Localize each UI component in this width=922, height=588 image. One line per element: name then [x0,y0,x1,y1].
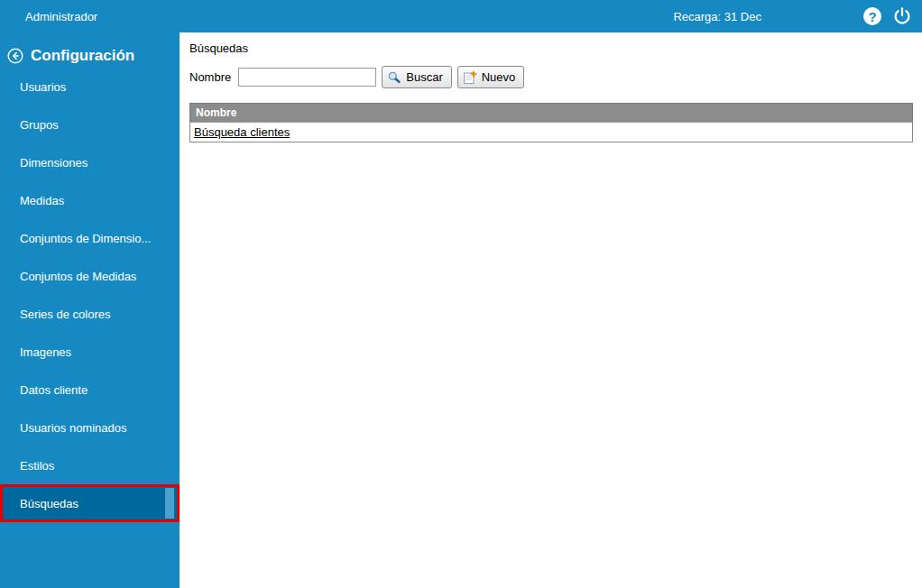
sidebar-item-label: Usuarios nominados [20,421,127,435]
magnifier-icon [387,70,401,85]
search-button[interactable]: Buscar [382,66,451,88]
new-button-label: Nuevo [482,70,516,84]
search-button-label: Buscar [406,70,442,84]
column-header-nombre: Nombre [190,104,913,123]
sidebar-item-series-de-colores[interactable]: Series de colores [0,295,180,333]
sidebar-item-datos-cliente[interactable]: Datos cliente [0,371,180,409]
page-title: Búsquedas [189,41,913,55]
app-screen: Administrador Recarga: 31 Dec ? Configur… [0,0,922,588]
sidebar-item-label: Imagenes [20,345,71,359]
sidebar-header[interactable]: Configuración [0,32,180,68]
reload-date-label: Recarga: 31 Dec [673,10,761,23]
sidebar-item-label: Series de colores [20,308,110,321]
new-document-icon [463,70,477,85]
table-header-row: Nombre [190,104,913,123]
main-content: Búsquedas Nombre Buscar [180,32,922,588]
sidebar-item-label: Medidas [20,194,64,207]
selected-item-scroll-strip [165,488,174,519]
sidebar-item-usuarios-nominados[interactable]: Usuarios nominados [0,409,180,446]
sidebar-item-medidas[interactable]: Medidas [0,181,180,219]
sidebar-item-busquedas[interactable]: Búsquedas [0,484,180,522]
topbar: Administrador Recarga: 31 Dec ? [0,0,922,32]
help-button[interactable]: ? [862,6,882,26]
logout-button[interactable] [892,6,912,26]
sidebar-item-imagenes[interactable]: Imagenes [0,333,180,371]
sidebar-item-conjuntos-de-medidas[interactable]: Conjuntos de Medidas [0,257,180,295]
sidebar-item-dimensiones[interactable]: Dimensiones [0,143,180,181]
table-row: Búsqueda clientes [190,123,913,142]
name-input[interactable] [238,68,376,87]
sidebar-item-label: Grupos [20,118,59,132]
sidebar-item-label: Usuarios [20,80,66,94]
sidebar-item-label: Búsquedas [20,497,78,510]
back-arrow-icon [7,48,23,64]
sidebar-title: Configuración [31,47,134,65]
sidebar: Configuración UsuariosGruposDimensionesM… [0,32,180,588]
row-link[interactable]: Búsqueda clientes [194,125,290,139]
sidebar-item-label: Dimensiones [20,156,88,170]
new-button[interactable]: Nuevo [457,66,525,88]
sidebar-item-usuarios[interactable]: Usuarios [0,68,180,106]
topbar-right: Recarga: 31 Dec ? [673,6,922,26]
logged-in-user-label: Administrador [25,10,97,23]
sidebar-item-estilos[interactable]: Estilos [0,446,180,484]
sidebar-item-conjuntos-de-dimensiones[interactable]: Conjuntos de Dimensio... [0,219,180,257]
sidebar-menu: UsuariosGruposDimensionesMedidasConjunto… [0,68,180,522]
sidebar-item-label: Conjuntos de Medidas [20,270,136,283]
question-circle-icon: ? [863,7,881,25]
sidebar-item-label: Estilos [20,459,54,473]
sidebar-item-label: Datos cliente [20,383,88,397]
power-icon [892,6,912,26]
results-table: Nombre Búsqueda clientes [189,103,913,142]
search-form: Nombre Buscar [189,66,913,88]
sidebar-item-label: Conjuntos de Dimensio... [20,232,151,245]
name-label: Nombre [189,70,231,84]
table-cell-nombre: Búsqueda clientes [190,123,913,142]
sidebar-item-grupos[interactable]: Grupos [0,106,180,143]
